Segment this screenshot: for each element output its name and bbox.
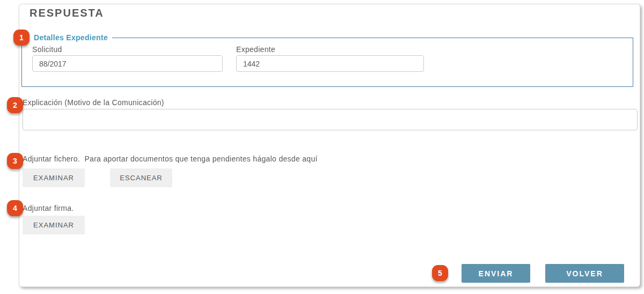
respuesta-card: RESPUESTA Detalles Expediente Solicitud … — [19, 4, 640, 287]
adjuntar-fichero-label: Adjuntar fichero. Para aportar documento… — [23, 155, 318, 163]
examinar-firma-button[interactable]: EXAMINAR — [23, 216, 85, 234]
page-background: RESPUESTA Detalles Expediente Solicitud … — [0, 0, 644, 294]
escanear-button[interactable]: ESCANEAR — [110, 168, 172, 187]
expediente-input[interactable] — [236, 55, 424, 72]
step-badge-3: 3 — [7, 153, 23, 169]
explicacion-input[interactable] — [23, 109, 638, 130]
explicacion-label: Explicación (Motivo de la Comunicación) — [23, 98, 164, 107]
detalles-expediente-legend: Detalles Expediente — [30, 33, 112, 42]
expediente-label: Expediente — [236, 45, 275, 54]
examinar-fichero-button[interactable]: EXAMINAR — [23, 168, 85, 187]
step-badge-4: 4 — [7, 200, 23, 216]
solicitud-input[interactable] — [32, 55, 223, 72]
adjuntar-firma-label: Adjuntar firma. — [23, 204, 74, 212]
step-badge-5: 5 — [432, 265, 448, 281]
volver-button[interactable]: VOLVER — [545, 264, 624, 283]
solicitud-label: Solicitud — [32, 45, 62, 54]
enviar-button[interactable]: ENVIAR — [462, 264, 530, 283]
step-badge-1: 1 — [13, 30, 30, 46]
step-badge-2: 2 — [7, 97, 23, 113]
page-title: RESPUESTA — [30, 7, 104, 19]
